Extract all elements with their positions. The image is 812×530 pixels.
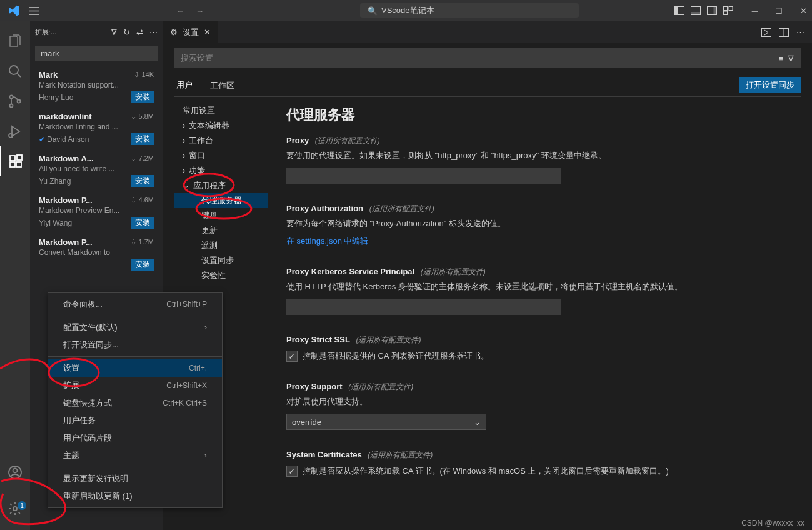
activity-search-icon[interactable] xyxy=(0,56,30,86)
settings-funnel-icon[interactable]: ∇ xyxy=(788,54,794,63)
extension-author: ✔David Anson xyxy=(39,135,131,144)
editor-area: ⚙ 设置 ✕ ⋯ 搜索设置 ≡ ∇ 用户 工作区 打开设置同步 xyxy=(163,21,812,530)
gear-context-menu: 命令面板... Ctrl+Shift+P 配置文件(默认) › 打开设置同步..… xyxy=(48,292,223,508)
scope-workspace-tab[interactable]: 工作区 xyxy=(208,76,237,96)
activity-account-icon[interactable] xyxy=(0,458,30,488)
menu-settings[interactable]: 设置 Ctrl+, xyxy=(48,359,222,377)
settings-detail: 代理服务器 Proxy (适用所有配置文件) 要使用的代理设置。如果未设置，则将… xyxy=(268,97,801,530)
extension-name: markdownlint xyxy=(39,112,131,121)
activity-extensions-icon[interactable] xyxy=(0,146,30,176)
chevron-down-icon: ⌄ xyxy=(474,418,481,427)
command-center-label: VScode笔记本 xyxy=(381,5,434,16)
window-maximize-icon[interactable]: ☐ xyxy=(775,6,783,16)
filter-icon[interactable]: ∇ xyxy=(111,28,117,37)
extension-item[interactable]: Markdown P...⇩ 1.7MConvert Markdown to安装 xyxy=(30,234,163,276)
open-json-icon[interactable] xyxy=(761,28,771,37)
clear-icon[interactable]: ⇄ xyxy=(136,28,143,37)
extension-search-input[interactable] xyxy=(35,46,158,61)
more-icon[interactable]: ⋯ xyxy=(149,28,158,37)
open-settings-sync-button[interactable]: 打开设置同步 xyxy=(739,77,801,93)
refresh-icon[interactable]: ↻ xyxy=(123,28,130,37)
menu-show-release-notes[interactable]: 显示更新发行说明 xyxy=(48,470,222,488)
tree-common[interactable]: 常用设置 xyxy=(174,103,268,118)
install-button[interactable]: 安装 xyxy=(131,259,154,271)
tree-text-editor[interactable]: 文本编辑器 xyxy=(174,118,268,133)
menu-user-tasks[interactable]: 用户任务 xyxy=(48,412,222,429)
layout-panel-right-icon[interactable] xyxy=(707,6,717,15)
activity-scm-icon[interactable] xyxy=(0,86,30,116)
menu-open-settings-sync[interactable]: 打开设置同步... xyxy=(48,336,222,354)
menu-profiles[interactable]: 配置文件(默认) › xyxy=(48,319,222,336)
tree-proxy[interactable]: 代理服务器 xyxy=(174,193,268,208)
proxy-auth-title: Proxy Authorization xyxy=(286,204,363,213)
chevron-right-icon: › xyxy=(204,451,207,460)
menu-themes[interactable]: 主题 › xyxy=(48,447,222,464)
extension-item[interactable]: Mark⇩ 14KMark Notation support...Henry L… xyxy=(30,66,163,108)
tree-keyboard[interactable]: 键盘 xyxy=(174,208,268,223)
menu-user-snippets[interactable]: 用户代码片段 xyxy=(48,429,222,447)
extension-name: Mark xyxy=(39,70,134,79)
layout-panel-bottom-icon[interactable] xyxy=(691,6,701,15)
activity-debug-icon[interactable] xyxy=(0,116,30,146)
extension-author: Henry Luo xyxy=(39,93,131,102)
activity-explorer-icon[interactable] xyxy=(0,26,30,56)
split-editor-icon[interactable] xyxy=(779,28,789,37)
tree-settings-sync[interactable]: 设置同步 xyxy=(174,253,268,268)
tree-features[interactable]: 功能 xyxy=(174,163,268,178)
extension-desc: Mark Notation support... xyxy=(39,81,154,89)
menu-command-palette[interactable]: 命令面板... Ctrl+Shift+P xyxy=(48,296,222,313)
tab-more-icon[interactable]: ⋯ xyxy=(796,28,804,37)
nav-forward-icon[interactable]: → xyxy=(196,6,204,16)
menu-keyboard-shortcuts[interactable]: 键盘快捷方式 Ctrl+K Ctrl+S xyxy=(48,394,222,412)
nav-back-icon[interactable]: ← xyxy=(176,6,184,16)
extension-item[interactable]: markdownlint⇩ 5.8MMarkdown linting and .… xyxy=(30,108,163,150)
svg-point-11 xyxy=(10,104,13,108)
menu-restart-to-update[interactable]: 重新启动以更新 (1) xyxy=(48,488,222,505)
install-button[interactable]: 安装 xyxy=(131,175,154,187)
install-button[interactable]: 安装 xyxy=(131,217,154,229)
proxy-kerberos-title: Proxy Kerberos Service Principal xyxy=(286,267,414,276)
extension-author: Yiyi Wang xyxy=(39,219,131,228)
proxy-support-value: override xyxy=(292,418,321,427)
tree-workbench[interactable]: 工作台 xyxy=(174,133,268,148)
proxy-support-select[interactable]: override ⌄ xyxy=(286,414,486,430)
tree-telemetry[interactable]: 遥测 xyxy=(174,238,268,253)
install-button[interactable]: 安装 xyxy=(131,91,154,103)
tree-experimental[interactable]: 实验性 xyxy=(174,268,268,283)
extension-downloads: ⇩ 1.7M xyxy=(131,238,154,246)
system-certs-checkbox[interactable]: ✓ xyxy=(286,466,298,477)
activity-gear-icon[interactable] xyxy=(0,494,30,524)
svg-point-12 xyxy=(18,100,21,103)
vscode-logo xyxy=(5,5,23,16)
system-certs-title: System Certificates xyxy=(286,450,362,459)
settings-search-input[interactable]: 搜索设置 ≡ ∇ xyxy=(174,48,801,68)
extension-item[interactable]: Markdown P...⇩ 4.6MMarkdown Preview En..… xyxy=(30,192,163,234)
install-button[interactable]: 安装 xyxy=(131,133,154,145)
svg-point-10 xyxy=(10,96,13,99)
extension-name: Markdown P... xyxy=(39,196,131,205)
tab-settings[interactable]: ⚙ 设置 ✕ xyxy=(163,21,219,43)
extension-author: Yu Zhang xyxy=(39,177,131,186)
window-close-icon[interactable]: ✕ xyxy=(800,6,807,16)
layout-panel-left-icon[interactable] xyxy=(674,6,684,15)
command-center[interactable]: 🔍 VScode笔记本 xyxy=(360,3,579,18)
window-minimize-icon[interactable]: ─ xyxy=(752,6,758,16)
scope-user-tab[interactable]: 用户 xyxy=(174,76,195,96)
hamburger-menu-icon[interactable] xyxy=(29,7,39,15)
svg-rect-8 xyxy=(723,11,727,15)
settings-filter-icon[interactable]: ≡ xyxy=(778,54,783,63)
tree-update[interactable]: 更新 xyxy=(174,223,268,238)
proxy-kerberos-input[interactable] xyxy=(286,299,561,315)
activity-bar xyxy=(0,21,30,530)
proxy-input[interactable] xyxy=(286,168,561,184)
tree-window[interactable]: 窗口 xyxy=(174,148,268,163)
extension-item[interactable]: Markdown A...⇩ 7.2MAll you need to write… xyxy=(30,150,163,192)
tree-application[interactable]: 应用程序 xyxy=(174,178,268,193)
extension-desc: All you need to write ... xyxy=(39,164,154,173)
proxy-ssl-checkbox[interactable]: ✓ xyxy=(286,351,298,362)
close-icon[interactable]: ✕ xyxy=(204,28,211,37)
edit-in-settings-json-link[interactable]: 在 settings.json 中编辑 xyxy=(286,236,369,247)
menu-extensions[interactable]: 扩展 Ctrl+Shift+X xyxy=(48,377,222,394)
svg-rect-14 xyxy=(10,156,15,161)
layout-customize-icon[interactable] xyxy=(723,6,733,15)
